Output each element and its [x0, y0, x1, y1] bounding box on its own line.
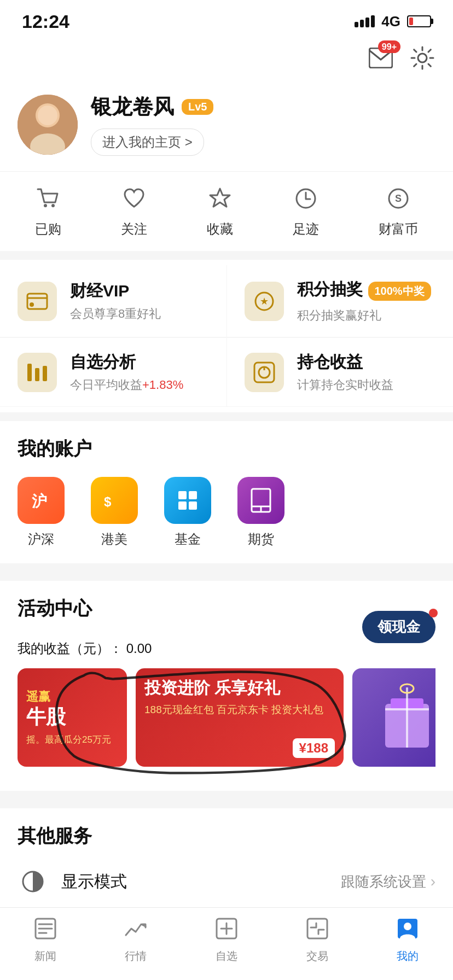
market-icon — [124, 917, 148, 946]
mine-label: 我的 — [397, 949, 419, 964]
profile-section: 银龙卷风 Lv5 进入我的主页 > — [0, 80, 453, 171]
trade-label: 交易 — [306, 949, 328, 964]
trade-icon — [305, 917, 329, 946]
svg-rect-18 — [35, 368, 39, 381]
chevron-right-icon: › — [431, 873, 435, 890]
finance-vip-title: 财经VIP — [70, 280, 209, 302]
svg-rect-19 — [43, 366, 47, 381]
stock-analysis-text: 自选分析 今日平均收益+1.83% — [70, 351, 209, 393]
status-icons: 4G — [355, 13, 431, 30]
follow-label: 关注 — [121, 220, 147, 238]
service-display-mode[interactable]: 显示模式 跟随系统设置 › — [0, 853, 453, 911]
profile-info: 银龙卷风 Lv5 进入我的主页 > — [91, 93, 435, 156]
banner-invest[interactable]: 投资进阶 乐享好礼 188元现金红包 百元京东卡 投资大礼包 ¥188 — [136, 668, 344, 767]
nav-mine[interactable]: 我的 — [375, 917, 440, 964]
svg-text:$: $ — [104, 494, 112, 509]
mail-button[interactable]: 99+ — [367, 44, 395, 72]
lucky-draw-icon: ★ — [245, 282, 284, 321]
history-icon — [294, 187, 317, 215]
holding-profit-icon — [245, 353, 284, 392]
svg-point-49 — [404, 923, 411, 930]
market-label: 行情 — [125, 949, 147, 964]
coins-icon: S — [387, 187, 410, 215]
network-type: 4G — [381, 13, 400, 30]
account-item-husen[interactable]: 沪 沪深 — [18, 477, 65, 548]
nav-trade[interactable]: 交易 — [284, 917, 350, 964]
svg-text:沪: 沪 — [32, 492, 47, 510]
banner-area: 遥赢 牛股 摇。最高瓜分25万元 投资进阶 乐享好礼 188元现金红包 百元京东… — [18, 668, 435, 775]
profile-name: 银龙卷风 — [91, 93, 174, 121]
feature-cards: 财经VIP 会员尊享8重好礼 ★ 积分抽奖 100%中奖 积分抽奖赢好礼 — [0, 260, 453, 412]
svg-rect-12 — [27, 294, 47, 309]
invest-title: 投资进阶 乐享好礼 188元现金红包 百元京东卡 投资大礼包 — [144, 677, 335, 717]
banner-container: 遥赢 牛股 摇。最高瓜分25万元 投资进阶 乐享好礼 188元现金红包 百元京东… — [18, 668, 435, 775]
banner-gift[interactable] — [352, 668, 435, 767]
svg-rect-47 — [307, 919, 327, 938]
quick-action-favorites[interactable]: 收藏 — [207, 187, 233, 238]
holding-profit-subtitle: 计算持仓实时收益 — [297, 377, 436, 393]
husen-icon: 沪 — [18, 477, 65, 524]
feature-card-stock-analysis[interactable]: 自选分析 今日平均收益+1.83% — [0, 338, 227, 407]
finance-vip-subtitle: 会员尊享8重好礼 — [70, 306, 209, 322]
profile-name-row: 银龙卷风 Lv5 — [91, 93, 435, 121]
claim-cash-button[interactable]: 领现金 — [362, 611, 435, 643]
bull-text2: 牛股 — [26, 707, 118, 727]
bull-text3: 摇。最高瓜分25万元 — [26, 733, 118, 746]
feature-card-holding-profit[interactable]: 持仓收益 计算持仓实时收益 — [227, 338, 454, 407]
lucky-draw-text: 积分抽奖 100%中奖 积分抽奖赢好礼 — [297, 278, 436, 324]
divider-1 — [0, 251, 453, 260]
feature-card-finance-vip[interactable]: 财经VIP 会员尊享8重好礼 — [0, 265, 227, 337]
display-mode-right: 跟随系统设置 › — [341, 872, 435, 891]
profile-homepage-link[interactable]: 进入我的主页 > — [91, 129, 204, 156]
coins-label: 财富币 — [379, 220, 418, 238]
settings-button[interactable] — [408, 44, 437, 72]
invest-prize: ¥188 — [293, 738, 335, 758]
news-icon — [33, 917, 57, 946]
favorites-label: 收藏 — [207, 220, 233, 238]
nav-watchlist[interactable]: 自选 — [194, 917, 259, 964]
account-item-fund[interactable]: 基金 — [164, 477, 211, 548]
display-mode-icon — [18, 866, 48, 897]
finance-vip-text: 财经VIP 会员尊享8重好礼 — [70, 280, 209, 322]
account-item-gangmei[interactable]: $ 港美 — [91, 477, 138, 548]
fund-icon — [164, 477, 211, 524]
svg-rect-26 — [189, 491, 197, 499]
quick-action-history[interactable]: 足迹 — [293, 187, 319, 238]
settings-icon — [408, 44, 437, 72]
account-item-futures[interactable]: 期货 — [237, 477, 284, 548]
gangmei-icon: $ — [91, 477, 138, 524]
quick-action-coins[interactable]: S 财富币 — [379, 187, 418, 238]
stock-analysis-icon — [18, 353, 57, 392]
activity-header: 活动中心 我的收益（元）： 0.00 领现金 — [18, 596, 435, 657]
level-badge: Lv5 — [182, 99, 213, 115]
svg-rect-28 — [189, 501, 197, 510]
purchased-label: 已购 — [35, 220, 61, 238]
status-time: 12:24 — [22, 11, 69, 32]
svg-point-14 — [30, 302, 34, 307]
watchlist-icon — [214, 917, 239, 946]
account-icons: 沪 沪深 $ 港美 基金 — [18, 477, 435, 548]
quick-action-follow[interactable]: 关注 — [121, 187, 147, 238]
holding-profit-text: 持仓收益 计算持仓实时收益 — [297, 351, 436, 393]
husen-label: 沪深 — [28, 530, 54, 548]
futures-icon — [237, 477, 284, 524]
quick-action-purchased[interactable]: 已购 — [35, 187, 61, 238]
svg-rect-27 — [178, 501, 187, 510]
nav-market[interactable]: 行情 — [103, 917, 169, 964]
lucky-draw-badge: 100%中奖 — [368, 282, 431, 301]
my-accounts-title: 我的账户 — [18, 436, 435, 462]
battery-fill — [409, 18, 413, 25]
signal-bars — [355, 15, 375, 27]
nav-news[interactable]: 新闻 — [13, 917, 78, 964]
divider-3 — [0, 563, 453, 572]
history-label: 足迹 — [293, 220, 319, 238]
divider-4 — [0, 791, 453, 800]
svg-rect-17 — [27, 364, 32, 381]
feature-card-lucky-draw[interactable]: ★ 积分抽奖 100%中奖 积分抽奖赢好礼 — [227, 265, 454, 337]
banner-bull-stock[interactable]: 遥赢 牛股 摇。最高瓜分25万元 — [18, 668, 127, 767]
finance-vip-icon — [18, 282, 57, 321]
futures-label: 期货 — [248, 530, 274, 548]
heart-icon — [123, 187, 146, 215]
svg-rect-25 — [178, 491, 187, 499]
activity-earnings: 我的收益（元）： 0.00 — [18, 640, 152, 657]
